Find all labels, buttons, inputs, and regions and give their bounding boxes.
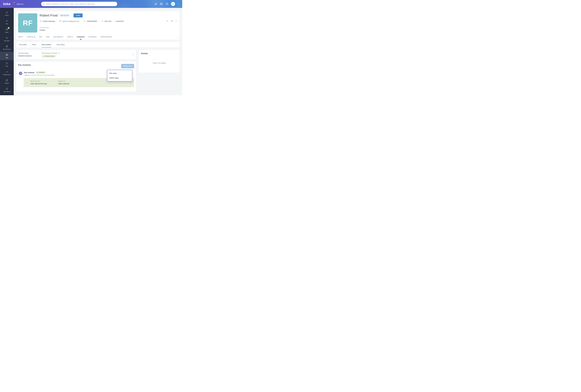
regular-pay-col: REGULAR PAY USD 400.00 Per hour [30, 80, 47, 85]
job-title: Product Manager [43, 20, 55, 22]
sidebar: Home Me 19 Inbox My Team My Finances [0, 8, 14, 95]
subtab-pay-history[interactable]: Pay history [56, 42, 64, 47]
sidebar-item-my-finances[interactable]: My Finances [0, 43, 14, 52]
sidebar-item-time-attend[interactable]: Time Attend [0, 86, 14, 94]
search-input[interactable] [46, 3, 116, 5]
employee-head-row: Robert Frost NOT IN YET Invite [40, 13, 82, 17]
current-dot [37, 72, 38, 73]
tab-expenses[interactable]: EXPENSES [88, 34, 97, 40]
profile-tabs: ABOUT PROFILE JOB TIME DOCUMENTS ASSETS … [16, 34, 180, 40]
subtab-pay-profile[interactable]: Pay profile [19, 42, 26, 47]
chevron-down-icon[interactable] [178, 3, 179, 5]
tab-documents[interactable]: DOCUMENTS [54, 34, 63, 40]
sidebar-item-performance[interactable]: Performance [0, 69, 14, 77]
topbar: keka Keka Inc [0, 0, 182, 8]
alarm-clock-icon [6, 87, 8, 90]
team-icon [6, 36, 8, 39]
email-item: robert.frost@gmail.com [59, 20, 79, 22]
user-avatar[interactable]: S [171, 2, 175, 6]
w2-consent-label-row: W2 Electronic Consent [42, 52, 60, 54]
tab-profile[interactable]: PROFILE [27, 34, 35, 40]
salary-context-menu: Edit salary Delete salary [107, 70, 132, 81]
inbox-icon: 19 [6, 28, 8, 31]
employee-details-row: Product Manager robert.frost@gmail.com 1… [40, 20, 124, 22]
expand-chevron-icon[interactable] [26, 82, 28, 83]
invite-button[interactable]: Invite [74, 13, 82, 17]
sidebar-label: Project [5, 82, 9, 84]
location-item: New York [102, 20, 112, 22]
search-icon [43, 3, 45, 5]
tab-assets[interactable]: ASSETS [67, 34, 73, 40]
company-name: Keka Inc [17, 3, 34, 5]
pay-revisions-title: Pay revisions [18, 64, 134, 66]
bonus-label: BONUS (1) [58, 80, 69, 82]
topbar-actions: S [154, 2, 182, 6]
check-icon [43, 56, 44, 57]
main-content: RF Robert Frost NOT IN YET Invite Produc… [14, 8, 182, 95]
pay-revision-trend-icon [19, 72, 22, 75]
sidebar-label: My Finances [3, 48, 10, 50]
regular-pay-value: USD 400.00 Per hour [30, 83, 47, 85]
sidebar-item-org[interactable]: Org [0, 52, 14, 60]
help-icon[interactable] [166, 2, 168, 5]
tab-about[interactable]: ABOUT [18, 34, 23, 40]
tab-job[interactable]: JOB [39, 34, 42, 40]
menu-item-edit-salary[interactable]: Edit salary [107, 71, 132, 76]
pay-revision-updated-text: Updated on Oct 08, 2024 02:47 pm by Samr… [24, 74, 54, 76]
sidebar-label: Hire [6, 65, 8, 67]
trend-up-icon [6, 70, 8, 73]
overtime-policy-card: Overtime policy Overtime General W2 Elec… [16, 50, 136, 59]
settings-gear-icon[interactable] [160, 2, 163, 5]
email-link[interactable]: robert.frost@gmail.com [62, 20, 79, 22]
pay-revision-entry-text: Pay revision CURRENT Updated on Oct 08, … [24, 71, 54, 76]
rocket-icon[interactable] [154, 2, 157, 5]
sidebar-item-inbox[interactable]: 19 Inbox [0, 26, 14, 35]
sidebar-label: Me [6, 23, 8, 24]
sidebar-item-project[interactable]: Project [0, 77, 14, 86]
subtab-pay-revisions[interactable]: Pay revisions [42, 42, 51, 47]
tab-time[interactable]: TIME [46, 34, 50, 40]
tab-performance[interactable]: PERFORMANCE [100, 34, 112, 40]
phone-item: 138445858887 [84, 20, 97, 22]
bonus-value: USD 5,200.00 [58, 83, 69, 85]
keka-logo-text: keka [3, 2, 10, 6]
activity-empty-text: There is no activity [139, 62, 180, 64]
status-badge: NOT IN YET [60, 14, 70, 17]
department-value: Product [40, 29, 49, 31]
overtime-kebab-menu-icon[interactable] [132, 53, 134, 56]
pay-revision-entry: Pay revision CURRENT Updated on Oct 08, … [19, 71, 54, 76]
w2-consent-block: W2 Electronic Consent Consent Given [42, 52, 60, 57]
phone-icon [84, 20, 86, 22]
subtab-taxes[interactable]: Taxes [32, 42, 36, 47]
app-root: keka Keka Inc [0, 0, 182, 95]
overtime-policy-label: Overtime policy [18, 52, 31, 54]
sidebar-item-me[interactable]: Me [0, 18, 14, 26]
badge-medal-icon[interactable] [166, 20, 168, 22]
tab-finances[interactable]: FINANCES [77, 34, 84, 40]
sidebar-label: Time Attend [3, 91, 10, 92]
revise-pay-button[interactable]: Revise Pay [121, 64, 134, 68]
sidebar-label: Inbox [5, 31, 8, 33]
employee-name: Robert Frost [40, 13, 58, 17]
regular-pay-label: REGULAR PAY [30, 80, 47, 82]
header-kebab-menu-icon[interactable] [175, 19, 177, 22]
sidebar-item-hire[interactable]: Hire [0, 60, 14, 69]
keka-logo[interactable]: keka [0, 2, 14, 6]
edit-note-icon[interactable] [171, 20, 173, 22]
briefcase-icon [6, 62, 8, 65]
phone-number: 138445858887 [86, 20, 97, 22]
briefcase-icon [40, 20, 42, 22]
menu-item-delete-salary[interactable]: Delete salary [107, 76, 132, 80]
pay-revision-title-row: Pay revision CURRENT [24, 71, 54, 74]
info-icon[interactable] [58, 52, 60, 54]
activity-title: Activity [141, 52, 177, 54]
global-search[interactable] [41, 2, 117, 6]
clipboard-icon [6, 79, 8, 82]
sidebar-item-home[interactable]: Home [0, 9, 14, 18]
sidebar-item-my-team[interactable]: My Team [0, 35, 14, 43]
employee-number-item: # AA24245 [116, 20, 124, 22]
consent-status: Consent Given [45, 55, 54, 57]
sidebar-label: My Team [4, 40, 10, 41]
pay-row-kebab-menu-icon[interactable] [130, 81, 132, 84]
sidebar-label: Org [6, 57, 8, 58]
